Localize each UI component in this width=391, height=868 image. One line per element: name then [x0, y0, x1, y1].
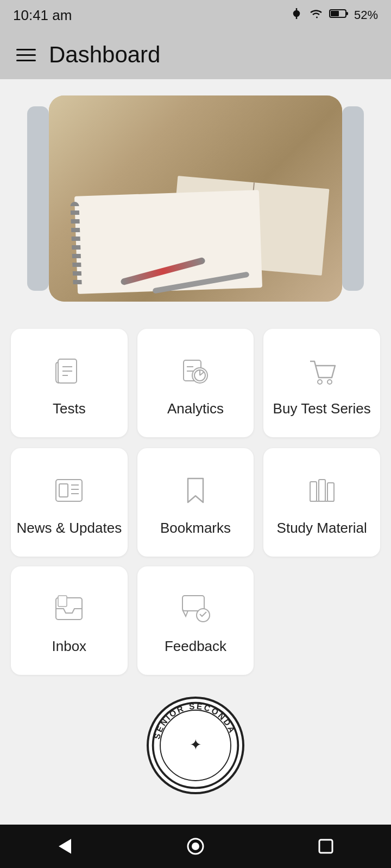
- svg-rect-2: [331, 11, 339, 16]
- school-stamp: SENIOR SECONDA ✦: [147, 697, 244, 794]
- grid-row-2: News & Updates Bookmarks Study Material: [0, 448, 391, 566]
- grid-row-3: Inbox Feedback: [0, 566, 391, 691]
- svg-rect-22: [310, 482, 317, 501]
- stamp-area: SENIOR SECONDA ✦: [0, 691, 391, 805]
- svg-rect-23: [319, 480, 325, 501]
- grid-card-feedback[interactable]: Feedback: [137, 566, 254, 675]
- menu-button[interactable]: [16, 49, 36, 61]
- svg-rect-3: [346, 12, 348, 15]
- svg-point-15: [318, 380, 322, 384]
- app-header: Dashboard: [0, 30, 391, 79]
- svg-rect-37: [319, 840, 332, 853]
- status-icons: 52%: [290, 7, 378, 23]
- grid-card-bookmarks[interactable]: Bookmarks: [137, 448, 254, 557]
- feedback-icon: [176, 589, 215, 628]
- back-button[interactable]: [54, 835, 76, 857]
- svg-text:✦: ✦: [190, 737, 202, 753]
- stamp-svg: SENIOR SECONDA ✦: [149, 697, 242, 794]
- bookmarks-label: Bookmarks: [160, 520, 231, 537]
- nav-bar: [0, 825, 391, 868]
- grid-card-buy-test-series[interactable]: Buy Test Series: [263, 329, 380, 437]
- books-icon: [302, 471, 342, 510]
- page-title: Dashboard: [49, 42, 160, 68]
- carousel-prev[interactable]: [27, 106, 49, 291]
- svg-rect-18: [59, 484, 68, 497]
- svg-marker-34: [60, 840, 71, 853]
- feedback-label: Feedback: [165, 638, 226, 655]
- battery-icon: [329, 8, 349, 22]
- grid-card-inbox[interactable]: Inbox: [11, 566, 128, 675]
- home-button[interactable]: [185, 835, 206, 857]
- news-icon: [49, 471, 89, 510]
- grid-card-news-updates[interactable]: News & Updates: [11, 448, 128, 557]
- svg-point-0: [294, 11, 299, 16]
- bookmark-icon: [176, 471, 215, 510]
- study-material-label: Study Material: [277, 520, 367, 537]
- status-bar: 10:41 am 52%: [0, 0, 391, 30]
- inbox-label: Inbox: [52, 638, 87, 655]
- svg-rect-17: [56, 480, 82, 501]
- news-updates-label: News & Updates: [17, 520, 122, 537]
- carousel-next[interactable]: [342, 106, 364, 291]
- inbox-icon: [49, 589, 89, 628]
- buy-test-series-label: Buy Test Series: [273, 400, 371, 417]
- carousel-main-slide: [49, 95, 342, 302]
- grid-card-study-material[interactable]: Study Material: [263, 448, 380, 557]
- cart-icon: [302, 352, 342, 391]
- svg-text:SENIOR SECONDA: SENIOR SECONDA: [152, 701, 237, 740]
- ring-icon: [290, 7, 303, 23]
- grid-card-analytics[interactable]: Analytics: [137, 329, 254, 437]
- status-time: 10:41 am: [13, 7, 72, 24]
- grid-card-tests[interactable]: Tests: [11, 329, 128, 437]
- square-button[interactable]: [315, 835, 337, 857]
- carousel: [0, 79, 391, 312]
- svg-point-36: [192, 843, 199, 850]
- svg-rect-24: [327, 483, 334, 501]
- wifi-icon: [308, 7, 324, 23]
- analytics-icon: [176, 352, 215, 391]
- tests-label: Tests: [53, 400, 86, 417]
- battery-percentage: 52%: [354, 8, 378, 22]
- scroll-icon: [49, 352, 89, 391]
- svg-rect-27: [58, 596, 67, 607]
- analytics-label: Analytics: [167, 400, 224, 417]
- grid-row-1: Tests Analytics Buy Test Series: [0, 312, 391, 448]
- svg-point-16: [327, 380, 332, 384]
